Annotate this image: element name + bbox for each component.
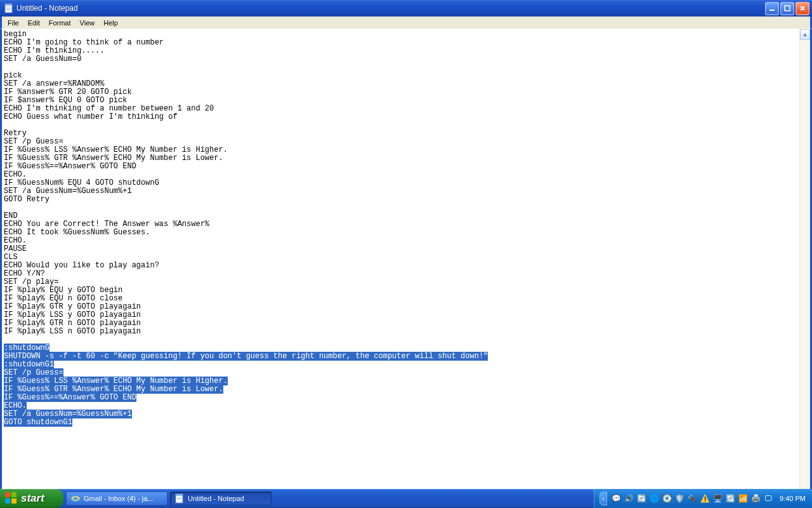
editor-line-selected: SHUTDOWN -s -f -t 60 -c "Keep guessing! … — [4, 352, 799, 361]
editor-line: IF %Guess%==%Answer% GOTO END — [4, 163, 799, 171]
tray-globe-icon[interactable]: 🌐 — [649, 493, 659, 504]
svg-rect-12 — [176, 494, 183, 496]
minimize-button[interactable] — [765, 2, 779, 15]
start-button[interactable]: start — [0, 489, 63, 508]
taskbar: start Gmail - Inbox (4) - ja... Untitled… — [0, 489, 812, 508]
tray-printer-icon[interactable]: 🖨️ — [750, 493, 761, 504]
editor-line: Retry — [4, 130, 799, 138]
ie-icon — [70, 493, 81, 504]
menu-file[interactable]: File — [3, 18, 23, 28]
taskbar-item-label: Untitled - Notepad — [188, 495, 244, 502]
notepad-icon — [174, 493, 185, 504]
editor-line: IF %play% LSS n GOTO playagain — [4, 328, 799, 336]
tray-plug-icon[interactable]: 🔌 — [687, 493, 697, 504]
menu-view[interactable]: View — [75, 18, 100, 28]
tray-volume-icon[interactable]: 🔊 — [624, 493, 634, 504]
tray-warning-icon[interactable]: ⚠️ — [700, 493, 710, 504]
menubar: File Edit Format View Help — [0, 17, 812, 29]
titlebar: Untitled - Notepad — [0, 0, 812, 17]
svg-point-9 — [72, 495, 79, 502]
taskbar-item-label: Gmail - Inbox (4) - ja... — [84, 495, 153, 502]
vertical-scrollbar[interactable]: ▲ ▼ — [799, 29, 810, 500]
tray-battery-icon[interactable]: 🖵 — [763, 493, 773, 504]
editor-line: ECHO Y/N? — [4, 270, 799, 278]
editor-line: SET /p play= — [4, 278, 799, 286]
scroll-track[interactable] — [800, 40, 810, 489]
editor-line: GOTO Retry — [4, 196, 799, 204]
editor-line — [4, 64, 799, 72]
editor-line: ECHO Guess what number I'm thinking of — [4, 113, 799, 121]
editor-line: ECHO I'm thinking..... — [4, 47, 799, 55]
windows-logo-icon — [5, 492, 18, 505]
editor-line — [4, 336, 799, 344]
editor-line-selected: GOTO shutdownG1 — [4, 418, 799, 427]
tray-chat-icon[interactable]: 💬 — [611, 493, 621, 504]
editor-line-selected: :shutdownG1 — [4, 361, 799, 369]
window-title: Untitled - Notepad — [16, 4, 765, 13]
start-label: start — [21, 492, 44, 505]
editor-line: IF %play% EQU y GOTO begin — [4, 286, 799, 295]
editor-line: SET /a GuessNum=0 — [4, 55, 799, 64]
editor-line-selected: SET /a GuessNum=%GuessNum%+1 — [4, 410, 799, 418]
close-button[interactable] — [796, 2, 809, 15]
svg-rect-1 — [5, 4, 12, 6]
editor-line-selected: IF %Guess%==%Answer% GOTO END — [4, 394, 799, 402]
menu-edit[interactable]: Edit — [23, 18, 44, 28]
editor-line: ECHO Would you like to play again? — [4, 262, 799, 270]
editor-line: ECHO. — [4, 237, 799, 245]
client-area: beginECHO I'm going to think of a number… — [0, 29, 812, 502]
text-editor[interactable]: beginECHO I'm going to think of a number… — [2, 29, 799, 500]
clock[interactable]: 9:40 PM — [780, 495, 806, 502]
tray-monitor-icon[interactable]: 🖥️ — [712, 493, 723, 504]
notepad-icon — [4, 3, 14, 13]
menu-format[interactable]: Format — [44, 18, 75, 28]
editor-line — [4, 121, 799, 130]
tray-update-icon[interactable]: 🔃 — [725, 493, 735, 504]
editor-line: SET /a GuessNum=%GuessNum%+1 — [4, 187, 799, 196]
editor-line: ECHO I'm going to think of a number — [4, 39, 799, 47]
taskbar-item-notepad[interactable]: Untitled - Notepad — [170, 491, 272, 505]
editor-line — [4, 204, 799, 212]
tray-refresh-icon[interactable]: 🔄 — [636, 493, 646, 504]
scroll-up-button[interactable]: ▲ — [800, 29, 810, 40]
editor-line: ECHO It took %GuessNum% Guesses. — [4, 229, 799, 237]
editor-line: pick — [4, 72, 799, 80]
maximize-button[interactable] — [780, 2, 794, 15]
taskbar-item-gmail[interactable]: Gmail - Inbox (4) - ja... — [66, 491, 167, 505]
tray-wifi-icon[interactable]: 📶 — [738, 493, 748, 504]
system-tray: ‹ 💬 🔊 🔄 🌐 💽 🛡️ 🔌 ⚠️ 🖥️ 🔃 📶 🖨️ 🖵 9:40 PM — [594, 489, 812, 508]
svg-rect-5 — [769, 10, 775, 11]
tray-expand-button[interactable]: ‹ — [599, 491, 607, 505]
menu-help[interactable]: Help — [99, 18, 122, 28]
tray-disk-icon[interactable]: 💽 — [662, 493, 672, 504]
svg-rect-6 — [785, 6, 790, 11]
editor-line: PAUSE — [4, 245, 799, 253]
tray-shield-icon[interactable]: 🛡️ — [674, 493, 684, 504]
